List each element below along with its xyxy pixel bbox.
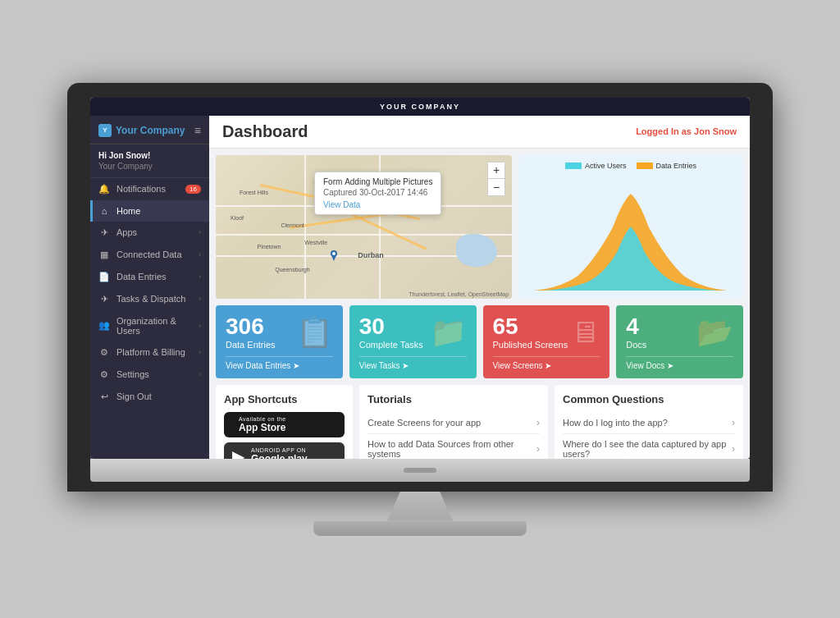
tutorials-title: Tutorials [368,393,540,405]
nav-label: Data Entries [116,272,167,282]
bottom-row: App Shortcuts Available on the App Store [216,385,743,459]
header-user-info: Logged In as Jon Snow [636,126,737,136]
tooltip-view-link[interactable]: View Data [323,200,360,209]
tutorials-panel: Tutorials Create Screens for your app › … [359,385,548,459]
top-bar: YOUR COMPANY [90,98,750,116]
stat-link-tasks[interactable]: View Tasks ➤ [359,356,467,370]
monitor: YOUR COMPANY Y Your Company [67,83,773,536]
stat-link-docs[interactable]: View Docs ➤ [626,356,733,370]
sidebar-item-data-entries[interactable]: 📄 Data Entries › [90,266,209,288]
chart-legend: Active Users Data Entries [525,162,737,170]
legend-data-entries: Data Entries [637,162,697,170]
google-play-badge[interactable]: ▶ ANDROID APP ON Google play [224,442,345,459]
chevron-icon: › [199,295,201,303]
main-body: Inanda Forest Hills KwaMashu Kloof Clerm… [209,149,750,459]
sidebar-item-sign-out[interactable]: ↩ Sign Out [90,386,209,408]
main-header: Dashboard Logged In as Jon Snow [209,116,750,149]
sidebar-user: Hi Jon Snow! Your Company [90,144,209,178]
stat-card-tasks: 30 Complete Tasks View Tasks ➤ 📁 [349,305,477,378]
map-container[interactable]: Inanda Forest Hills KwaMashu Kloof Clerm… [216,155,512,299]
stat-link-data-entries[interactable]: View Data Entries ➤ [226,356,333,370]
sidebar-nav: 🔔 Notifications 16 ⌂ Home ✈ Apps › [90,178,209,459]
app-store-text: Available on the App Store [239,416,286,433]
chevron-icon: › [199,322,201,330]
android-icon: ▶ [232,446,244,459]
chevron-icon: › [199,228,201,236]
tasks-icon: ✈ [98,294,110,304]
logo-text: Y Your Company [98,124,185,137]
map-bg: Inanda Forest Hills KwaMashu Kloof Clerm… [216,155,512,299]
map-label-forest-hills: Forest Hills [240,190,268,195]
nav-label: Settings [116,369,149,379]
sidebar: Y Your Company ≡ Hi Jon Snow! Your Compa… [90,116,209,459]
data-entries-icon: 📄 [98,272,110,282]
hamburger-icon[interactable]: ≡ [194,124,201,137]
map-label-pinetown: Pinetown [258,244,281,249]
chevron-icon: › [199,250,201,259]
faq-chevron: › [732,417,735,428]
stat-icon-screens: 🖥 [570,315,600,350]
user-company: Your Company [98,162,201,171]
top-row: Inanda Forest Hills KwaMashu Kloof Clerm… [216,155,743,299]
signout-icon: ↩ [98,391,110,402]
stat-icon-docs: 📂 [696,315,733,350]
monitor-base [313,521,527,536]
tutorial-item-1[interactable]: How to add Data Sources from other syste… [368,434,540,459]
stat-link-screens[interactable]: View Screens ➤ [493,356,600,370]
settings-icon: ⚙ [98,369,110,380]
tooltip-captured: Captured 30-Oct-2017 14:46 [323,188,432,197]
stat-card-docs: 4 Docs View Docs ➤ 📂 [616,305,743,378]
chevron-icon: › [199,348,201,356]
faq-panel: Common Questions How do I log into the a… [555,385,743,459]
google-play-label: Google play [251,453,308,459]
map-label-durban: Durban [358,251,384,259]
stat-card-screens: 65 Published Screens View Screens ➤ 🖥 [483,305,610,378]
nav-label: Organization & Users [116,316,192,336]
map-pin-2[interactable] [328,249,340,261]
connected-data-icon: ▦ [98,249,110,260]
main-content: Dashboard Logged In as Jon Snow [209,116,750,459]
nav-label: Connected Data [116,249,182,259]
nav-label: Home [116,206,140,216]
faq-item-1[interactable]: Where do I see the data captured by app … [563,434,735,459]
org-icon: 👥 [98,320,110,331]
sidebar-item-platform-billing[interactable]: ⚙ Platform & Billing › [90,341,209,364]
tutorial-item-0[interactable]: Create Screens for your app › [368,412,540,434]
screen-bezel: YOUR COMPANY Y Your Company [67,83,773,492]
nav-label: Platform & Billing [116,347,185,357]
chevron-icon: › [199,272,201,281]
sidebar-logo: Y Your Company ≡ [90,116,209,144]
monitor-neck [387,492,453,521]
app-shortcuts-title: App Shortcuts [224,393,345,405]
map-label-queensburgh: Queensburgh [275,267,309,272]
faq-title: Common Questions [563,393,735,405]
tutorial-chevron: › [536,417,540,428]
legend-color-entries [637,163,653,169]
legend-active-users: Active Users [565,162,627,170]
sidebar-item-notifications[interactable]: 🔔 Notifications 16 [90,178,209,200]
map-label-westville: Westville [304,240,327,245]
app-store-available: Available on the [239,416,286,422]
app-store-badge[interactable]: Available on the App Store [224,412,345,437]
apps-icon: ✈ [98,227,110,238]
google-play-available: ANDROID APP ON [251,447,308,453]
sidebar-item-apps[interactable]: ✈ Apps › [90,222,209,244]
app-layout: Y Your Company ≡ Hi Jon Snow! Your Compa… [90,116,750,459]
sidebar-item-tasks-dispatch[interactable]: ✈ Tasks & Dispatch › [90,288,209,310]
sidebar-item-org-users[interactable]: 👥 Organization & Users › [90,310,209,341]
sidebar-item-home[interactable]: ⌂ Home [90,200,209,222]
billing-icon: ⚙ [98,347,110,358]
tooltip-form: Form Adding Multiple Pictures [323,177,432,186]
map-label-kloof: Kloof [231,215,244,221]
stat-card-data-entries: 306 Data Entries View Data Entries ➤ 📋 [216,305,343,378]
sidebar-item-connected-data[interactable]: ▦ Connected Data › [90,244,209,266]
faq-item-0[interactable]: How do I log into the app? › [563,412,735,434]
top-bar-text: YOUR COMPANY [380,103,460,111]
legend-color-active [565,163,582,169]
sidebar-item-settings[interactable]: ⚙ Settings › [90,364,209,386]
app-shortcuts-panel: App Shortcuts Available on the App Store [216,385,353,459]
zoom-in-button[interactable]: + [488,163,504,179]
map-zoom-controls: + − [487,162,505,196]
zoom-out-button[interactable]: − [488,179,504,195]
faq-chevron: › [732,443,735,455]
